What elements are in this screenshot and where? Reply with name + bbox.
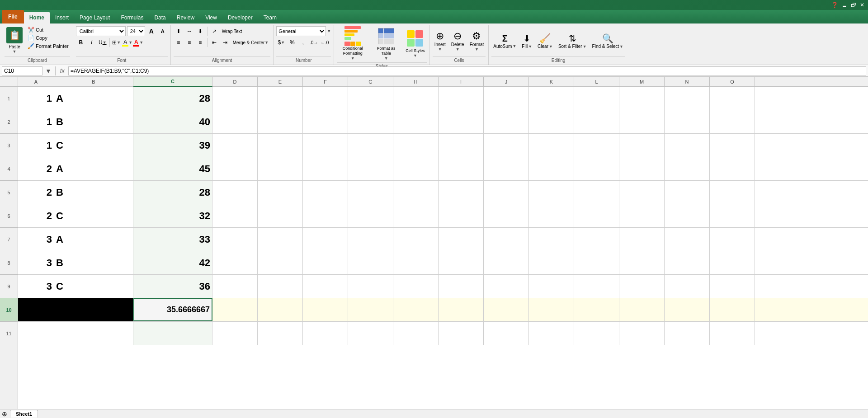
tab-insert[interactable]: Insert [50,12,74,23]
cell-o7[interactable] [710,228,755,251]
cell-c7[interactable]: 33 [133,228,212,251]
cell-o9[interactable] [710,275,755,298]
cell-h11[interactable] [393,322,439,345]
cell-f10[interactable] [303,298,348,321]
col-header-e[interactable]: E [258,77,303,87]
row-header-5[interactable]: 5 [0,181,18,204]
cell-b1[interactable]: A [54,87,133,110]
corner-cell[interactable] [0,77,18,86]
copy-button[interactable]: 📄 Copy [26,34,70,42]
cell-f11[interactable] [303,322,348,345]
cell-i5[interactable] [439,181,484,204]
tab-review[interactable]: Review [171,12,200,23]
row-header-6[interactable]: 6 [0,204,18,228]
cell-a4[interactable]: 2 [18,157,54,180]
decrease-font-button[interactable]: A [158,26,168,36]
cell-k1[interactable] [529,87,574,110]
cell-f4[interactable] [303,157,348,180]
cell-d9[interactable] [212,275,258,298]
cell-d2[interactable] [212,110,258,133]
cell-l4[interactable] [574,157,619,180]
cell-a11[interactable] [18,322,54,345]
cell-a10[interactable] [18,298,54,321]
conditional-formatting-button[interactable]: Conditional Formatting ▼ [337,26,368,61]
cell-j8[interactable] [484,251,529,274]
tab-formulas[interactable]: Formulas [115,12,149,23]
find-select-button[interactable]: 🔍 Find & Select ▼ [590,32,625,50]
tab-data[interactable]: Data [149,12,171,23]
cell-a5[interactable]: 2 [18,181,54,204]
row-header-8[interactable]: 8 [0,251,18,275]
cell-o2[interactable] [710,110,755,133]
cell-h8[interactable] [393,251,439,274]
cell-a3[interactable]: 1 [18,134,54,157]
cell-f7[interactable] [303,228,348,251]
cell-h9[interactable] [393,275,439,298]
cell-l3[interactable] [574,134,619,157]
cell-a9[interactable]: 3 [18,275,54,298]
cell-k8[interactable] [529,251,574,274]
new-sheet-button[interactable]: ⊕ [2,410,7,418]
close-icon[interactable]: ✕ [860,2,864,8]
font-name-select[interactable]: Calibri [76,26,126,36]
border-button[interactable]: ⊞▼ [112,38,122,47]
cell-h6[interactable] [393,204,439,227]
col-header-c[interactable]: C [133,77,212,87]
insert-cells-button[interactable]: ⊕ Insert ▼ [433,29,448,52]
cell-e3[interactable] [258,134,303,157]
cell-i10[interactable] [439,298,484,321]
cell-a7[interactable]: 3 [18,228,54,251]
row-header-9[interactable]: 9 [0,275,18,298]
col-header-l[interactable]: L [574,77,619,87]
cell-d4[interactable] [212,157,258,180]
delete-cells-button[interactable]: ⊖ Delete ▼ [449,29,466,52]
cell-e1[interactable] [258,87,303,110]
bold-button[interactable]: B [76,38,86,47]
cell-d10[interactable] [212,298,258,321]
cell-j9[interactable] [484,275,529,298]
cell-g5[interactable] [348,181,393,204]
cell-l11[interactable] [574,322,619,345]
cell-a2[interactable]: 1 [18,110,54,133]
cell-m8[interactable] [619,251,665,274]
align-center-button[interactable]: ≡ [184,38,194,47]
cell-g6[interactable] [348,204,393,227]
cell-o11[interactable] [710,322,755,345]
cell-m4[interactable] [619,157,665,180]
cell-l9[interactable] [574,275,619,298]
increase-indent-button[interactable]: ⇥ [220,38,230,47]
cell-c1[interactable]: 28 [133,87,212,110]
cell-i9[interactable] [439,275,484,298]
cell-l8[interactable] [574,251,619,274]
autosum-button[interactable]: Σ AutoSum ▼ [491,33,518,50]
cell-h5[interactable] [393,181,439,204]
cell-g10[interactable] [348,298,393,321]
cell-c4[interactable]: 45 [133,157,212,180]
cell-d8[interactable] [212,251,258,274]
cell-h4[interactable] [393,157,439,180]
cell-c8[interactable]: 42 [133,251,212,274]
cell-b8[interactable]: B [54,251,133,274]
cell-h1[interactable] [393,87,439,110]
cell-l7[interactable] [574,228,619,251]
cell-f9[interactable] [303,275,348,298]
cell-b6[interactable]: C [54,204,133,227]
formula-input[interactable] [68,66,866,75]
cell-m9[interactable] [619,275,665,298]
cell-f2[interactable] [303,110,348,133]
cell-k4[interactable] [529,157,574,180]
cell-b2[interactable]: B [54,110,133,133]
col-header-j[interactable]: J [484,77,529,87]
cell-m3[interactable] [619,134,665,157]
cell-o8[interactable] [710,251,755,274]
cell-ref-dropdown[interactable]: ▼ [45,67,52,75]
currency-button[interactable]: $▼ [276,38,286,47]
cell-n2[interactable] [665,110,710,133]
cell-c11[interactable] [133,322,212,345]
cell-h3[interactable] [393,134,439,157]
increase-font-button[interactable]: A [146,26,156,36]
cell-c9[interactable]: 36 [133,275,212,298]
cell-m2[interactable] [619,110,665,133]
cell-k5[interactable] [529,181,574,204]
col-header-m[interactable]: M [619,77,665,87]
